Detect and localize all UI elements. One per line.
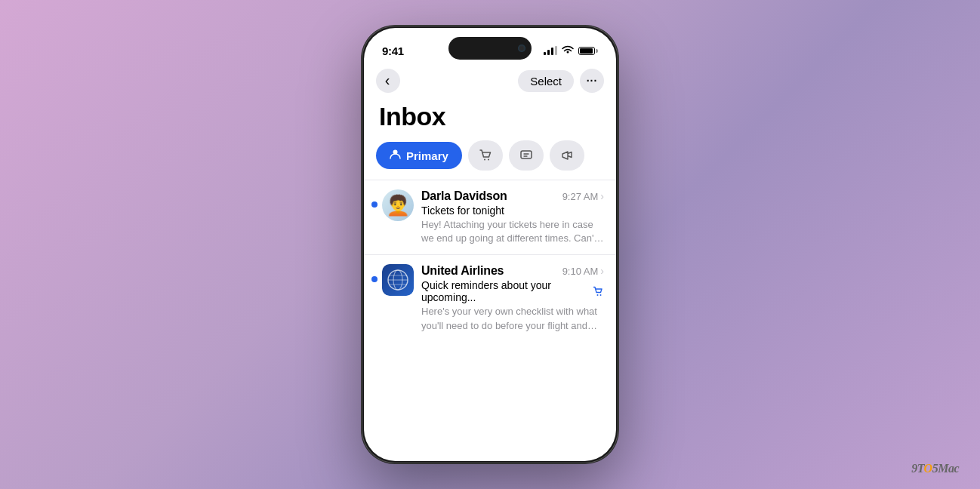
svg-point-11	[600, 294, 602, 296]
chevron-right-icon: ›	[600, 190, 604, 202]
email-item-1[interactable]: 🧑‍🦱 Darla Davidson 9:27 AM › Tickets for…	[364, 180, 616, 254]
phone-frame: 9:41	[362, 26, 618, 463]
svg-point-2	[488, 159, 489, 161]
email-subject-2: Quick reminders about your upcoming...	[421, 279, 604, 303]
svg-point-1	[484, 159, 485, 161]
email-list: 🧑‍🦱 Darla Davidson 9:27 AM › Tickets for…	[364, 180, 616, 461]
avatar-darla: 🧑‍🦱	[382, 189, 414, 221]
dynamic-island	[448, 37, 532, 60]
status-icons	[544, 45, 598, 57]
email-preview-1: Hey! Attaching your tickets here in case…	[421, 218, 604, 245]
email-preview-2: Here's your very own checklist with what…	[421, 305, 604, 332]
battery-icon	[578, 47, 598, 55]
email-sender-1: Darla Davidson	[421, 189, 507, 203]
watermark-highlight: O	[924, 462, 932, 475]
signal-icon	[544, 46, 557, 55]
email-sender-2: United Airlines	[421, 264, 504, 278]
unread-indicator	[371, 201, 378, 208]
nav-right-controls: Select ···	[518, 69, 604, 93]
tab-messages[interactable]	[509, 140, 544, 171]
email-time-1: 9:27 AM ›	[562, 190, 604, 202]
email-content-1: Darla Davidson 9:27 AM › Tickets for ton…	[421, 189, 604, 245]
chevron-right-icon-2: ›	[600, 265, 604, 277]
email-item-2[interactable]: United Airlines 9:10 AM › Quick reminder…	[364, 254, 616, 341]
svg-rect-3	[521, 151, 532, 158]
cart-badge-icon	[593, 286, 604, 297]
nav-bar: Select ···	[364, 66, 616, 99]
more-button[interactable]: ···	[580, 69, 604, 93]
category-tabs: Primary	[364, 140, 616, 180]
person-icon	[390, 149, 401, 162]
email-time-2: 9:10 AM ›	[562, 265, 604, 277]
tab-primary[interactable]: Primary	[376, 142, 462, 169]
unread-indicator-2	[371, 276, 378, 282]
svg-point-10	[597, 294, 599, 296]
tab-shopping[interactable]	[468, 140, 503, 171]
wifi-icon	[562, 45, 574, 57]
email-header-2: United Airlines 9:10 AM ›	[421, 264, 604, 278]
avatar-united	[382, 264, 414, 296]
status-time: 9:41	[382, 45, 404, 57]
memoji-avatar: 🧑‍🦱	[382, 189, 414, 221]
tab-primary-label: Primary	[406, 149, 448, 162]
back-button[interactable]	[376, 69, 400, 93]
tab-promotions[interactable]	[550, 140, 584, 171]
email-content-2: United Airlines 9:10 AM › Quick reminder…	[421, 264, 604, 332]
select-button[interactable]: Select	[518, 70, 574, 92]
phone-screen: 9:41	[364, 28, 616, 461]
watermark: 9TO5Mac	[911, 462, 959, 475]
page-title: Inbox	[364, 99, 616, 140]
email-subject-1: Tickets for tonight	[421, 205, 604, 217]
airline-avatar-bg	[382, 264, 414, 296]
email-header-1: Darla Davidson 9:27 AM ›	[421, 189, 604, 203]
